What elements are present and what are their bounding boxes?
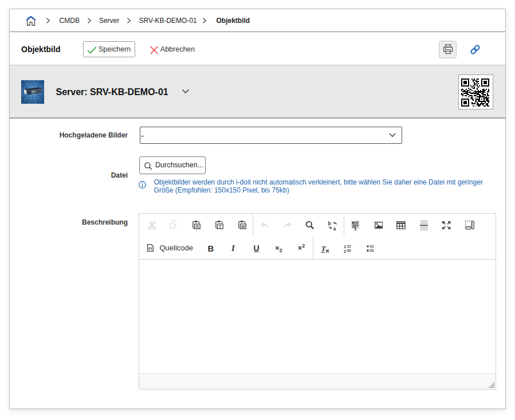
svg-text:b: b [328,221,331,226]
svg-text:T: T [321,245,326,253]
svg-text:2: 2 [344,248,346,253]
svg-text:W: W [241,225,245,229]
svg-text:a: a [333,225,336,230]
svg-text:T: T [219,224,222,229]
